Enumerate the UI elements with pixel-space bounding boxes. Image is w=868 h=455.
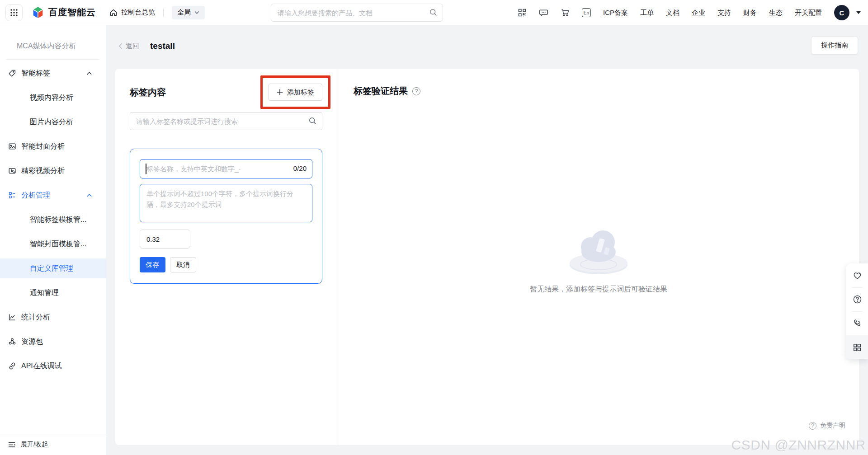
chart-line-icon [8,313,16,321]
baidu-cloud-logo-icon [32,6,44,19]
sidebar-item-statistics[interactable]: 统计分析 [0,307,106,327]
sidebar-item-smart-cover-template[interactable]: 智能封面模板管... [0,234,106,254]
topbar-link-enterprise[interactable]: 企业 [692,9,705,17]
region-selector[interactable]: 全局 [172,6,205,19]
tag-name-field: 0/20 [140,159,312,178]
topbar-link-docs[interactable]: 文档 [666,9,679,17]
brand-name: 百度智能云 [48,6,96,19]
contact-button[interactable] [846,311,868,335]
sidebar-item-image-content-analysis[interactable]: 图片内容分析 [0,112,106,132]
form-actions: 保存 取消 [140,257,312,272]
floating-toolbar [846,263,868,359]
brand-logo[interactable]: 百度智能云 [32,6,96,19]
resource-cluster-icon [8,338,16,346]
sidebar-item-smart-label-template[interactable]: 智能标签模板管... [0,210,106,230]
chevron-up-icon[interactable] [86,193,92,197]
search-icon[interactable] [308,117,317,125]
page-title: testall [150,41,175,51]
page-header: 返回 testall [118,40,175,52]
chevron-up-icon[interactable] [86,71,92,75]
collapse-icon [8,441,16,448]
sidebar-collapse-toggle[interactable]: 展开/收起 [0,434,106,455]
csdn-watermark: CSDN @ZNNRZNNR [731,437,866,453]
save-button[interactable]: 保存 [140,257,165,272]
tag-validation-header: 标签验证结果 ? [354,85,859,97]
operation-guide-button[interactable]: 操作指南 [811,36,858,55]
language-toggle-icon[interactable]: En [582,8,591,17]
add-tag-label: 添加标签 [287,88,314,97]
plus-icon [277,89,283,95]
search-icon[interactable] [429,8,438,17]
tag-validation-title: 标签验证结果 [354,85,408,97]
red-annotation-box: 添加标签 [260,75,330,109]
sidebar-item-custom-library-management[interactable]: 自定义库管理 [0,258,106,278]
topbar-link-switch-config[interactable]: 开关配置 [795,9,822,17]
sidebar-item-label: 分析管理 [21,191,50,200]
sidebar-item-highlight-video-analysis[interactable]: 精彩视频分析 [0,161,106,181]
topbar-link-finance[interactable]: 财务 [743,9,757,17]
apps-grid-button[interactable] [5,4,23,21]
image-icon [8,142,16,150]
cancel-button[interactable]: 取消 [170,257,196,272]
main-content: 返回 testall 操作指南 标签内容 添加标签 [106,25,868,455]
sidebar-item-label: API在线调试 [21,361,62,371]
help-button[interactable] [846,287,868,311]
chevron-down-icon [194,11,199,14]
sidebar-item-label: 精彩视频分析 [21,166,65,176]
tag-search [130,112,322,130]
tag-name-input[interactable] [140,159,312,178]
content-card: 标签内容 添加标签 [115,69,859,445]
console-overview-link[interactable]: 控制台总览 [109,8,155,17]
empty-cloud-illustration [553,221,644,277]
template-list-icon [8,191,16,199]
account-caret-icon[interactable] [856,11,861,14]
topbar-link-ticket[interactable]: 工单 [640,9,654,17]
sidebar-item-label: 资源包 [21,337,43,347]
feedback-chat-icon[interactable] [539,8,548,17]
back-label: 返回 [126,42,139,51]
topbar-link-support[interactable]: 支持 [717,9,731,17]
topbar-link-ecosystem[interactable]: 生态 [769,9,783,17]
add-tag-button[interactable]: 添加标签 [269,84,322,101]
help-icon[interactable]: ? [412,87,420,95]
sidebar-item-notification-management[interactable]: 通知管理 [0,283,106,303]
question-circle-icon: ? [809,422,816,430]
qr-code-icon[interactable] [518,8,527,17]
prompt-words-textarea[interactable] [140,184,312,222]
grid-icon [853,343,862,352]
console-overview-label: 控制台总览 [121,8,155,17]
topbar-link-icp[interactable]: ICP备案 [603,9,628,17]
sidebar-item-resource-package[interactable]: 资源包 [0,332,106,352]
apps-grid-icon [10,9,18,17]
sidebar-item-smart-cover-analysis[interactable]: 智能封面分析 [0,136,106,156]
sidebar-item-label: 智能标签 [21,69,50,78]
tag-content-header: 标签内容 添加标签 [130,82,322,102]
sidebar-item-label: 智能标签模板管... [30,215,86,225]
tag-icon [8,69,16,77]
sidebar-item-video-content-analysis[interactable]: 视频内容分析 [0,88,106,108]
topbar-right: En ICP备案 工单 文档 企业 支持 财务 生态 开关配置 C [518,0,861,25]
back-button[interactable]: 返回 [118,42,139,51]
sidebar-item-smart-label[interactable]: 智能标签 [0,63,106,83]
tag-search-input[interactable] [130,112,322,130]
text-cursor [146,164,146,174]
global-search-input[interactable] [271,4,443,22]
cart-icon[interactable] [561,8,570,17]
sidebar: MCA媒体内容分析 智能标签 视频内容分析 图片内容分析 [0,25,106,455]
tag-edit-form: 0/20 保存 取消 [130,149,322,284]
global-search [271,4,443,22]
heart-icon [853,271,862,280]
threshold-input[interactable] [140,230,190,249]
topbar: 百度智能云 控制台总览 全局 [0,0,868,25]
sidebar-item-api-debug[interactable]: API在线调试 [0,356,106,376]
sidebar-item-analysis-management[interactable]: 分析管理 [0,185,106,205]
link-icon [8,362,16,370]
favorite-button[interactable] [846,263,868,287]
disclaimer-link[interactable]: ? 免责声明 [809,422,845,430]
empty-state: 暂无结果，添加标签与提示词后可验证结果 [338,221,859,294]
widgets-button[interactable] [846,335,868,359]
tag-content-title: 标签内容 [130,86,166,99]
avatar[interactable]: C [834,5,849,20]
region-label: 全局 [177,8,191,17]
empty-state-text: 暂无结果，添加标签与提示词后可验证结果 [338,285,859,294]
